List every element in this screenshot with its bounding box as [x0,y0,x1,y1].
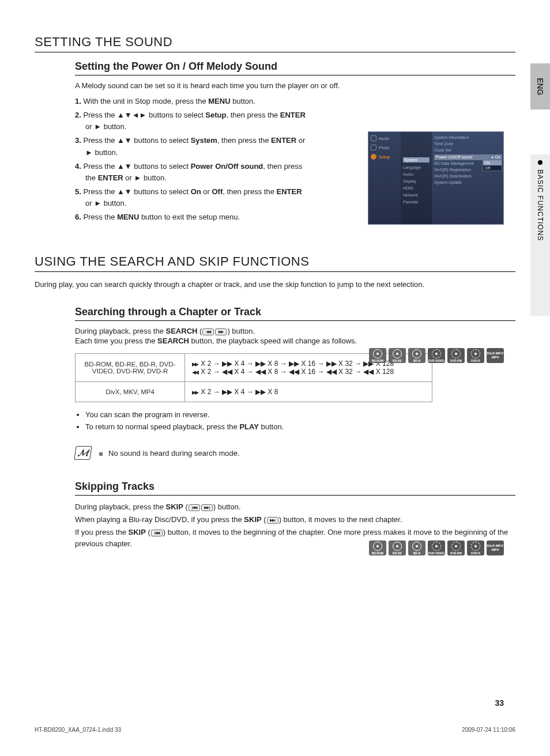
disc-bdr-icon: BD-R [408,540,425,555]
osd-cat-language: Language [403,165,430,169]
table-label: BD-ROM, BD-RE, BD-R, DVD-VIDEO, DVD-RW, … [76,354,185,382]
heading-setting-sound: SETTING THE SOUND [35,35,515,50]
disc-bdre-icon: BD-RE [389,348,406,363]
disc-dvdvideo-icon: DVD-VIDEO [428,540,445,555]
osd-cat-parental: Parental [403,200,430,204]
skip-next-icon [267,517,278,524]
divider [35,52,515,52]
osd-item-photo: Photo [371,145,398,150]
osd-popup: On Off [483,160,502,171]
photo-icon [371,145,376,150]
osd-item-music: Music [371,135,398,141]
bullet-icon [538,160,543,165]
osd-cat-network: Network [403,193,430,197]
manual-page: ENG BASIC FUNCTIONS SETTING THE SOUND Se… [0,0,550,756]
search-fwd-icon [215,328,227,335]
gear-icon [371,154,376,160]
osd-item-setup: Setup [371,154,398,160]
step-1: 1. With the unit in Stop mode, press the… [75,96,306,107]
skip-next-icon [201,504,213,511]
osd-opt: DivX(R) Deactivation [434,174,502,178]
step-4: 4. Press the ▲▼ buttons to select Power … [75,161,306,184]
note-icon: 𝓜 [74,446,92,460]
music-icon [371,135,376,141]
osd-opt: System Information [434,135,502,139]
osd-popup-on: On [483,160,502,165]
intro-text: During play, you can search quickly thro… [35,280,515,289]
bullet-list: You can scan the program in reverse. To … [85,409,515,433]
osd-opt: Time Zone [434,142,502,146]
side-tab-section-text: BASIC FUNCTIONS [536,169,544,241]
side-tab-lang-text: ENG [536,78,545,95]
search-rev-icon [202,328,214,335]
side-tab-lang: ENG [530,63,550,109]
osd-cat-hdmi: HDMI [403,186,430,190]
heading-search-skip: USING THE SEARCH AND SKIP FUNCTIONS [35,254,515,269]
footer: HT-BD8200_XAA_0724-1.indd 33 2009-07-24 … [35,727,515,733]
divider [35,271,515,272]
step-2: 2. Press the ▲▼◄► buttons to select Setu… [75,109,306,133]
step-5: 5. Press the ▲▼ buttons to select On or … [75,186,306,209]
table-label: DivX, MKV, MP4 [76,382,185,402]
subsection-searching: Searching through a Chapter or Track Dur… [75,306,515,460]
side-tab-section: BASIC FUNCTIONS [530,154,550,316]
subheading-searching: Searching through a Chapter or Track [75,306,515,318]
osd-cat-audio: Audio [403,172,430,176]
intro-text: A Melody sound can be set so it is heard… [75,81,515,90]
subheading-skipping: Skipping Tracks [75,481,515,493]
osd-popup-off: Off [483,165,502,171]
osd-screenshot: Music Photo Setup System Language Audio … [368,131,504,225]
page-number: 33 [495,698,504,708]
divider [75,75,515,75]
disc-icons-skip: BD-ROM BD-RE BD-R DVD-VIDEO DVD-RW DVD-R… [369,540,504,555]
skip-prev-icon [189,504,200,511]
disc-bdr-icon: BD-R [408,348,425,363]
osd-cat-system: System [403,157,430,162]
search-line1: During playback, press the SEARCH () but… [75,327,515,335]
fwd-speeds: X 2 → ▶▶ X 4 → ▶▶ X 8 [192,388,425,396]
divider [75,320,515,321]
note-block: 𝓜 No sound is heard during search mode. [75,446,515,460]
osd-cat-display: Display [403,179,430,183]
disc-bdrom-icon: BD-ROM [369,348,386,363]
osd-mid-column: System Language Audio Display HDMI Netwo… [401,132,432,224]
disc-bdrom-icon: BD-ROM [369,540,386,555]
step-3: 3. Press the ▲▼ buttons to select System… [75,135,306,158]
table-row: DivX, MKV, MP4 X 2 → ▶▶ X 4 → ▶▶ X 8 [76,382,432,402]
disc-file-icon: DivX MKV MP4 [487,540,504,555]
step-6: 6. Press the MENU button to exit the set… [75,211,306,223]
osd-right-column: System Information Time Zone Clock Set P… [432,132,504,224]
disc-dvdrw-icon: DVD-RW [447,540,465,555]
disc-file-icon: DivX MKV MP4 [487,348,504,363]
search-line2: Each time you press the SEARCH button, t… [75,337,515,345]
subsection-skipping: Skipping Tracks During playback, press t… [75,481,515,550]
osd-left-column: Music Photo Setup [368,132,401,224]
osd-opt: System Update [434,180,502,184]
steps-list: 1. With the unit in Stop mode, press the… [75,96,306,223]
skip-prev-icon [151,530,163,536]
table-speeds: X 2 → ▶▶ X 4 → ▶▶ X 8 [185,382,432,402]
skip-line1: During playback, press the SKIP () butto… [75,501,515,513]
bullet-item: To return to normal speed playback, pres… [85,421,515,433]
divider [75,495,515,496]
disc-dvdrw-icon: DVD-RW [447,348,465,363]
disc-dvdr-icon: DVD-R [467,348,484,363]
disc-icons-search: BD-ROM BD-RE BD-R DVD-VIDEO DVD-RW DVD-R… [369,348,504,363]
square-bullet-icon [99,452,103,456]
footer-file: HT-BD8200_XAA_0724-1.indd 33 [35,727,121,733]
osd-opt: Clock Set [434,148,502,152]
disc-bdre-icon: BD-RE [389,540,406,555]
note-text: No sound is heard during search mode. [99,449,240,458]
disc-dvdr-icon: DVD-R [467,540,484,555]
footer-timestamp: 2009-07-24 11:10:06 [462,727,515,733]
rev-speeds: X 2 → ◀◀ X 4 → ◀◀ X 8 → ◀◀ X 16 → ◀◀ X 3… [192,368,425,376]
skip-line2: When playing a Blu-ray Disc/DVD, if you … [75,514,515,526]
disc-dvdvideo-icon: DVD-VIDEO [428,348,445,363]
subheading-melody: Setting the Power On / Off Melody Sound [75,61,515,73]
bullet-item: You can scan the program in reverse. [85,409,515,421]
